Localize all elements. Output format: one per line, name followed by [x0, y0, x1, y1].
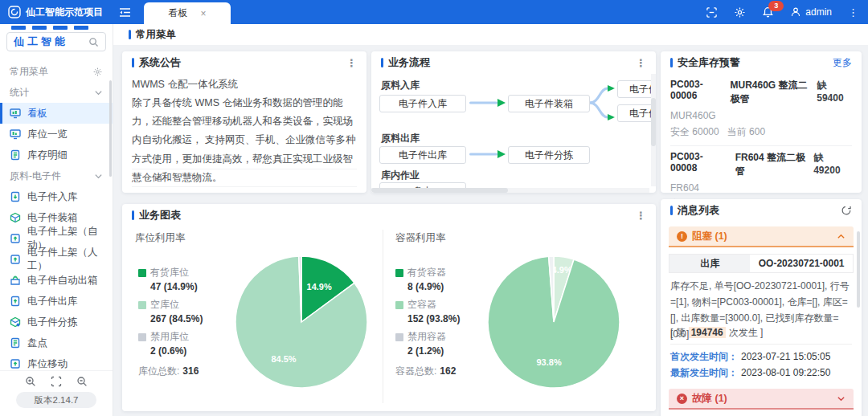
user-icon [790, 6, 801, 18]
refresh-icon[interactable] [841, 205, 852, 216]
more-vertical-icon[interactable]: ⋮ [848, 6, 858, 18]
flow-horizontal-scrollbar[interactable] [371, 188, 649, 193]
flow-node-inbound: 电子件入库 [379, 95, 466, 112]
flow-node-putaway-top: 电子件上 [617, 80, 656, 98]
sidebar-section-common[interactable]: 常用菜单 [0, 61, 113, 82]
shelf-manual-icon [10, 254, 21, 265]
logo-text: 仙工智能示范项目 [26, 6, 103, 19]
item-sub: MUR460G [670, 110, 852, 121]
card-message-list: 消息列表 ! 阻塞 (1) 出库 OO-20230721-0001 库存不足, … [661, 199, 862, 416]
more-link[interactable]: 更多 [833, 56, 852, 70]
legend-swatch [138, 269, 146, 277]
item-code: PC003-00008 [670, 151, 729, 178]
divider [670, 344, 852, 345]
divider [132, 186, 357, 187]
first-occurred: 首次发生时间：2023-07-21 15:05:05 [670, 350, 833, 364]
stock-alert-row[interactable]: PC003-00006 MUR460G 整流二极管 缺 59400 MUR460… [661, 74, 862, 139]
kanban-icon [10, 108, 21, 119]
gear-icon[interactable] [92, 67, 103, 77]
sorting-icon [10, 316, 21, 328]
inventory-detail-icon [10, 149, 21, 161]
tab-close-icon[interactable]: × [200, 8, 206, 19]
messages-title: 消息列表 [678, 203, 719, 218]
zoom-out-icon[interactable] [76, 376, 88, 387]
last-occurred: 最新发生时间：2023-08-01 09:22:50 [670, 366, 833, 380]
menu-fold-icon [119, 7, 131, 18]
item-name: FR604 整流二极管 [735, 151, 814, 178]
item-sub: FR604 [670, 182, 852, 194]
shelf-auto-icon [10, 233, 21, 244]
sidebar-item-inventory-detail[interactable]: 库存明细 [0, 145, 113, 165]
sidebar-item-outbound[interactable]: 电子件出库 [0, 291, 113, 312]
card-more-icon[interactable]: ⋮ [636, 57, 646, 69]
sidebar-item-location-overview[interactable]: 库位一览 [0, 124, 113, 145]
notification-badge: 3 [768, 1, 784, 11]
fullscreen-icon[interactable] [706, 6, 718, 18]
sidebar-item-location-move[interactable]: 库位移动 [0, 353, 113, 371]
sidebar-item-auto-outbox[interactable]: 电子件自动出箱 [0, 270, 113, 291]
sidebar-search[interactable]: 仙工智能 [6, 32, 106, 51]
divider [132, 169, 357, 169]
top-bar: 仙工智能示范项目 看板 × 3 admin ⋮ [0, 0, 868, 24]
sidebar-item-sorting[interactable]: 电子件分拣 [0, 312, 113, 332]
message-type[interactable]: 出库 [669, 255, 750, 272]
chevron-down-icon [94, 172, 103, 181]
legend-swatch [138, 301, 146, 309]
tab-label: 看板 [168, 6, 187, 20]
banner-blocked[interactable]: ! 阻塞 (1) [669, 226, 854, 247]
legend-swatch [395, 301, 403, 309]
flow-node-putaway-bottom: 电子件上 [617, 104, 656, 122]
section-header: 常用菜单 [113, 24, 868, 45]
settings-icon[interactable] [734, 6, 746, 18]
chevron-down-icon [837, 394, 845, 403]
zoom-in-icon[interactable] [25, 376, 36, 387]
flow-node-outbound: 电子件出库 [379, 146, 466, 164]
card-more-icon[interactable]: ⋮ [346, 57, 357, 69]
sidebar-footer: 版本2.14.7 [0, 370, 113, 416]
auto-outbox-icon [10, 275, 21, 286]
sidebar-item-putaway-manual[interactable]: 电子件上架（人工） [0, 249, 113, 270]
legend-swatch [138, 333, 146, 341]
title-accent [132, 58, 134, 67]
user-name: admin [805, 6, 832, 18]
banner-fault[interactable]: × 故障 (1) [669, 389, 854, 410]
chart-subtitle-location: 库位利用率 [135, 231, 186, 245]
page-title: 常用菜单 [136, 28, 176, 42]
sidebar: 仙工智能 常用菜单 统计 看板 库位一览 库存明细 [0, 24, 113, 416]
title-accent [132, 210, 134, 220]
error-icon: × [677, 394, 687, 404]
flow-vertical-scrollbar[interactable] [651, 74, 656, 186]
message-scrollbar[interactable] [857, 231, 860, 308]
card-announcement: 系统公告 ⋮ MWMS 仓配一体化系统 除了具备传统 WMS 仓储业务和数据的管… [122, 51, 366, 193]
announcement-title: 系统公告 [139, 55, 181, 70]
sidebar-group-material[interactable]: 原料-电子件 [0, 165, 113, 186]
svg-text:93.8%: 93.8% [536, 357, 561, 367]
topbar-actions: 3 admin ⋮ [706, 6, 868, 18]
location-move-icon [10, 358, 21, 369]
main-content: 常用菜单 系统公告 ⋮ MWMS 仓配一体化系统 除了具备传统 WMS 仓储业务… [113, 24, 868, 416]
sidebar-group-stats[interactable]: 统计 [0, 82, 113, 103]
sidebar-item-inbound[interactable]: 电子件入库 [0, 186, 113, 207]
chevron-down-icon [94, 88, 103, 97]
legend-swatch [395, 269, 403, 277]
card-business-flow: 业务流程 ⋮ 原料入库 电子件入库 电子件装箱 电子件上 电子件上 原料出库 电… [371, 51, 656, 193]
sidebar-item-stocktake[interactable]: 盘点 [0, 332, 113, 353]
packing-icon [10, 212, 21, 223]
notifications[interactable]: 3 [762, 6, 774, 18]
sidebar-scrollbar[interactable] [109, 80, 112, 177]
card-stock-alert: 安全库存预警 更多 PC003-00006 MUR460G 整流二极管 缺 59… [661, 51, 862, 193]
inbound-icon [10, 191, 21, 202]
user-menu[interactable]: admin [790, 6, 832, 18]
fit-screen-icon[interactable] [51, 376, 62, 387]
logo-icon [8, 6, 21, 18]
sidebar-item-kanban[interactable]: 看板 [0, 103, 113, 124]
title-accent [670, 206, 673, 215]
sidebar-collapse-button[interactable] [119, 7, 131, 18]
flow-section-internal: 库内作业 [381, 169, 420, 182]
stock-alert-title: 安全库存预警 [678, 55, 740, 70]
item-code: PC003-00006 [670, 79, 724, 106]
location-list-icon [10, 128, 21, 140]
card-more-icon[interactable]: ⋮ [636, 210, 646, 222]
title-accent [670, 58, 673, 67]
tab-kanban[interactable]: 看板 × [144, 2, 231, 24]
